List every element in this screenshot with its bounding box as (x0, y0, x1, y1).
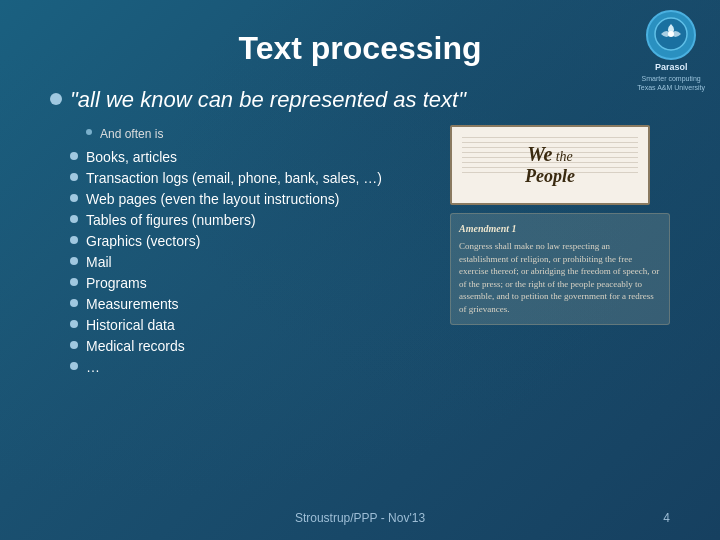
main-bullet-dot (50, 93, 62, 105)
footer-page: 4 (663, 511, 670, 525)
bullet-dot (70, 257, 78, 265)
logo-area: Parasol Smarter computing Texas A&M Univ… (637, 10, 705, 92)
item-text: Web pages (even the layout instructions) (86, 189, 339, 210)
logo-icon (653, 16, 689, 54)
item-text: Tables of figures (numbers) (86, 210, 256, 231)
and-often-text: And often is (100, 125, 163, 143)
item-text: Medical records (86, 336, 185, 357)
amendment-text: Congress shall make no law respecting an… (459, 240, 661, 316)
item-text: Historical data (86, 315, 175, 336)
item-text: Graphics (vectors) (86, 231, 200, 252)
item-text: Measurements (86, 294, 179, 315)
item-text: Books, articles (86, 147, 177, 168)
left-column: And often is Books, articles Transaction… (50, 125, 430, 382)
list-item: Medical records (70, 336, 430, 357)
svg-point-1 (668, 31, 674, 37)
list-item: Books, articles (70, 147, 430, 168)
list-item: Programs (70, 273, 430, 294)
main-bullet: "all we know can be represented as text" (50, 87, 670, 113)
list-item: Historical data (70, 315, 430, 336)
right-column: We the People Amendment 1 Congress shall… (450, 125, 670, 382)
item-text: Mail (86, 252, 112, 273)
main-bullet-text: "all we know can be represented as text" (70, 87, 466, 113)
slide: Parasol Smarter computing Texas A&M Univ… (0, 0, 720, 540)
bullet-dot (70, 173, 78, 181)
bullet-dot (70, 194, 78, 202)
sub-sub-bullet-and-often: And often is (86, 125, 430, 143)
footer: Stroustrup/PPP - Nov'13 (0, 511, 720, 525)
item-text: Programs (86, 273, 147, 294)
bullet-dot (70, 278, 78, 286)
footer-citation: Stroustrup/PPP - Nov'13 (295, 511, 425, 525)
amendment-title: Amendment 1 (459, 222, 661, 236)
amendment-box: Amendment 1 Congress shall make no law r… (450, 213, 670, 325)
list-item: Web pages (even the layout instructions) (70, 189, 430, 210)
logo-circle (646, 10, 696, 60)
bullet-dot (70, 299, 78, 307)
item-text: … (86, 357, 100, 378)
bullet-dot (70, 236, 78, 244)
bullet-dot (70, 320, 78, 328)
content-area: And often is Books, articles Transaction… (50, 125, 670, 382)
item-text: Transaction logs (email, phone, bank, sa… (86, 168, 382, 189)
document-image: We the People (450, 125, 650, 205)
bullet-dot (70, 152, 78, 160)
bullet-dot (70, 215, 78, 223)
slide-title: Text processing (50, 30, 670, 67)
list-item: Tables of figures (numbers) (70, 210, 430, 231)
list-item: Transaction logs (email, phone, bank, sa… (70, 168, 430, 189)
bullet-dot (70, 341, 78, 349)
items-list: Books, articles Transaction logs (email,… (70, 147, 430, 378)
list-item: Measurements (70, 294, 430, 315)
logo-text: Parasol Smarter computing Texas A&M Univ… (637, 62, 705, 92)
wtp-text: We the People (525, 149, 575, 185)
bullet-dot (70, 362, 78, 370)
list-item: Mail (70, 252, 430, 273)
list-item: … (70, 357, 430, 378)
sub-sub-bullet-dot (86, 129, 92, 135)
list-item: Graphics (vectors) (70, 231, 430, 252)
